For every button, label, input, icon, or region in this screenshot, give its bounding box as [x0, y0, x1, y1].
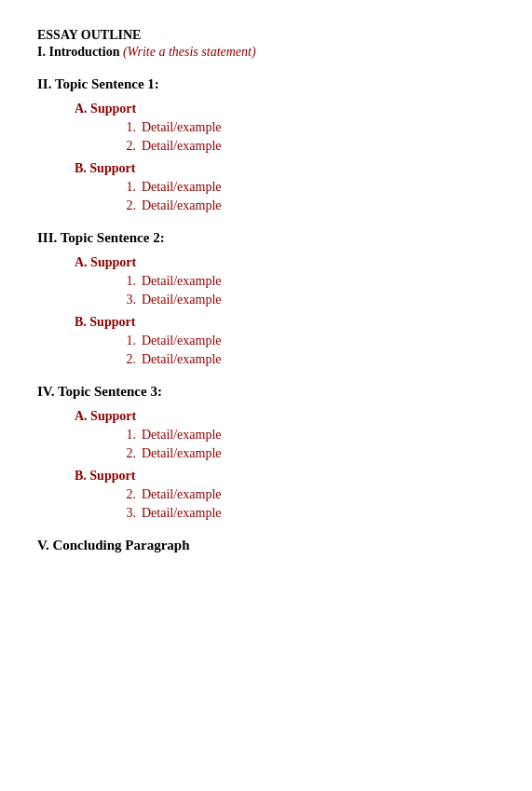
- detail-number: 2.: [121, 446, 136, 461]
- detail-text: Detail/example: [142, 334, 222, 348]
- detail-number: 1.: [121, 334, 136, 348]
- support-block-3-1: A. Support1.Detail/example2.Detail/examp…: [75, 409, 495, 461]
- support-label-1-2: B. Support: [75, 161, 495, 176]
- detail-text: Detail/example: [142, 428, 222, 443]
- sections-container: II. Topic Sentence 1:A. Support1.Detail/…: [37, 76, 495, 521]
- detail-item: 2.Detail/example: [121, 446, 495, 461]
- concluding-paragraph: V. Concluding Paragraph: [37, 538, 495, 553]
- section-2: III. Topic Sentence 2:A. Support1.Detail…: [37, 230, 495, 367]
- detail-list-3-1: 1.Detail/example2.Detail/example: [121, 428, 495, 461]
- detail-number: 3.: [121, 506, 136, 521]
- detail-item: 2.Detail/example: [121, 487, 495, 502]
- detail-list-1-2: 1.Detail/example2.Detail/example: [121, 180, 495, 213]
- detail-text: Detail/example: [142, 274, 222, 289]
- detail-text: Detail/example: [142, 506, 222, 521]
- detail-number: 1.: [121, 180, 136, 195]
- support-label-2-1: A. Support: [75, 255, 495, 270]
- essay-title: ESSAY OUTLINE: [37, 28, 495, 43]
- detail-text: Detail/example: [142, 180, 222, 195]
- intro-note: (Write a thesis statement): [123, 45, 256, 59]
- support-block-1-1: A. Support1.Detail/example2.Detail/examp…: [75, 102, 495, 154]
- detail-text: Detail/example: [142, 120, 222, 135]
- section-heading-3: IV. Topic Sentence 3:: [37, 384, 495, 400]
- support-block-2-2: B. Support1.Detail/example2.Detail/examp…: [75, 315, 495, 367]
- detail-item: 1.Detail/example: [121, 334, 495, 348]
- detail-item: 2.Detail/example: [121, 198, 495, 213]
- detail-item: 2.Detail/example: [121, 139, 495, 154]
- support-label-3-1: A. Support: [75, 409, 495, 424]
- detail-text: Detail/example: [142, 487, 222, 502]
- detail-text: Detail/example: [142, 139, 222, 154]
- detail-item: 2.Detail/example: [121, 352, 495, 367]
- detail-number: 2.: [121, 487, 136, 502]
- section-3: IV. Topic Sentence 3:A. Support1.Detail/…: [37, 384, 495, 521]
- detail-number: 2.: [121, 139, 136, 154]
- section-1: II. Topic Sentence 1:A. Support1.Detail/…: [37, 76, 495, 213]
- detail-list-2-2: 1.Detail/example2.Detail/example: [121, 334, 495, 367]
- detail-number: 1.: [121, 428, 136, 443]
- detail-item: 1.Detail/example: [121, 274, 495, 289]
- detail-item: 1.Detail/example: [121, 428, 495, 443]
- section-heading-2: III. Topic Sentence 2:: [37, 230, 495, 246]
- support-block-1-2: B. Support1.Detail/example2.Detail/examp…: [75, 161, 495, 213]
- support-label-1-1: A. Support: [75, 102, 495, 116]
- detail-list-3-2: 2.Detail/example3.Detail/example: [121, 487, 495, 521]
- detail-item: 3.Detail/example: [121, 293, 495, 307]
- detail-number: 2.: [121, 198, 136, 213]
- detail-number: 3.: [121, 293, 136, 307]
- intro-label: I. Introduction: [37, 45, 119, 59]
- introduction-line: I. Introduction (Write a thesis statemen…: [37, 45, 495, 60]
- section-heading-1: II. Topic Sentence 1:: [37, 76, 495, 92]
- detail-number: 1.: [121, 120, 136, 135]
- support-label-3-2: B. Support: [75, 469, 495, 484]
- detail-text: Detail/example: [142, 446, 222, 461]
- detail-number: 1.: [121, 274, 136, 289]
- support-block-3-2: B. Support2.Detail/example3.Detail/examp…: [75, 469, 495, 521]
- detail-item: 1.Detail/example: [121, 120, 495, 135]
- detail-list-1-1: 1.Detail/example2.Detail/example: [121, 120, 495, 154]
- detail-text: Detail/example: [142, 293, 222, 307]
- support-label-2-2: B. Support: [75, 315, 495, 330]
- detail-text: Detail/example: [142, 352, 222, 367]
- detail-list-2-1: 1.Detail/example3.Detail/example: [121, 274, 495, 307]
- detail-item: 3.Detail/example: [121, 506, 495, 521]
- detail-number: 2.: [121, 352, 136, 367]
- page: ESSAY OUTLINE I. Introduction (Write a t…: [37, 28, 495, 553]
- detail-text: Detail/example: [142, 198, 222, 213]
- support-block-2-1: A. Support1.Detail/example3.Detail/examp…: [75, 255, 495, 307]
- detail-item: 1.Detail/example: [121, 180, 495, 195]
